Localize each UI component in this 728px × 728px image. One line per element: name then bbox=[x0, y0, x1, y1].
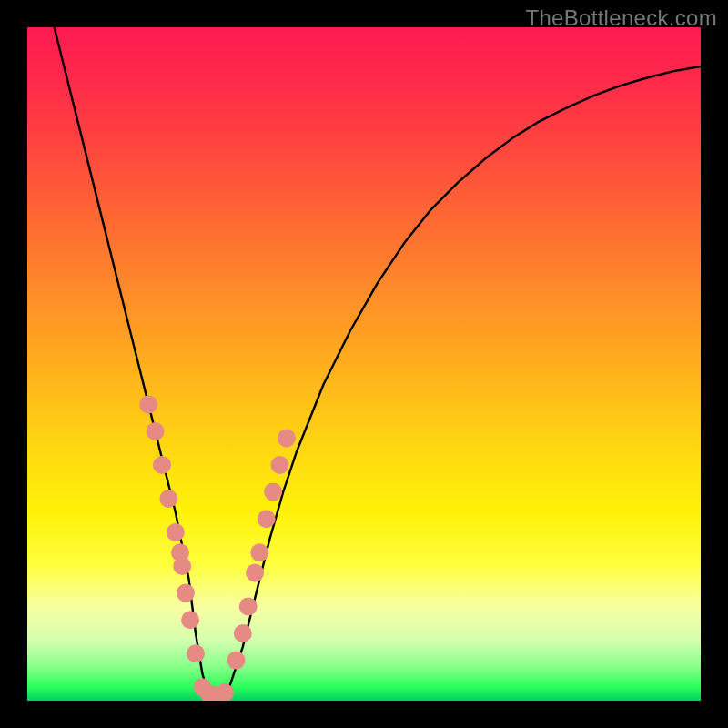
marker-bottom-cluster bbox=[200, 685, 218, 701]
marker-right-cluster bbox=[227, 652, 245, 670]
marker-left-cluster bbox=[147, 422, 165, 440]
marker-left-cluster bbox=[177, 584, 195, 602]
marker-left-cluster bbox=[167, 523, 185, 541]
marker-right-cluster bbox=[234, 624, 252, 642]
marker-right-cluster bbox=[250, 543, 268, 561]
markers bbox=[139, 395, 296, 701]
marker-right-cluster bbox=[258, 510, 276, 528]
marker-right-cluster bbox=[246, 563, 264, 581]
marker-right-cluster bbox=[239, 597, 258, 615]
marker-left-cluster bbox=[181, 611, 199, 629]
marker-left-cluster bbox=[173, 557, 191, 575]
marker-left-cluster bbox=[187, 644, 205, 662]
marker-bottom-cluster bbox=[216, 683, 234, 701]
marker-bottom-cluster bbox=[193, 678, 211, 696]
marker-bottom-cluster bbox=[205, 686, 223, 701]
marker-left-cluster bbox=[171, 543, 189, 561]
chart-stage: TheBottleneck.com bbox=[0, 0, 728, 728]
marker-bottom-cluster bbox=[210, 686, 228, 701]
marker-right-cluster bbox=[278, 429, 296, 447]
marker-right-cluster bbox=[264, 483, 282, 501]
marker-left-cluster bbox=[159, 490, 177, 508]
plot-area bbox=[27, 27, 701, 701]
marker-right-cluster bbox=[271, 456, 289, 474]
marker-left-cluster bbox=[139, 395, 157, 413]
bottleneck-curve bbox=[55, 27, 701, 697]
curve-svg bbox=[27, 27, 701, 701]
marker-left-cluster bbox=[153, 456, 171, 474]
